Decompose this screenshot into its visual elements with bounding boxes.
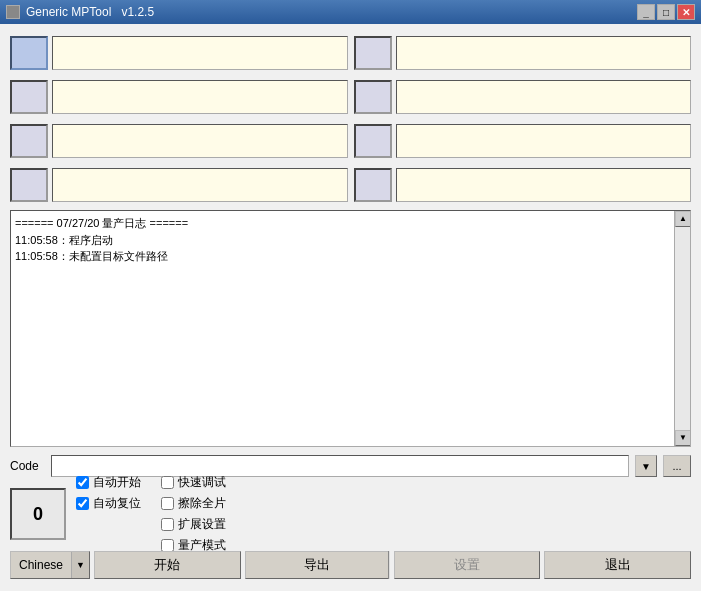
device-indicator-8 bbox=[354, 168, 392, 202]
log-content: ====== 07/27/20 量产日志 ====== 11:05:58：程序启… bbox=[15, 215, 668, 265]
export-divider bbox=[388, 551, 390, 579]
device-indicator-5 bbox=[354, 36, 392, 70]
checkboxes-area: 自动开始 快速调试 自动复位 擦除全片 扩展设置 量产模式 bbox=[76, 474, 226, 554]
device-grid bbox=[10, 34, 691, 204]
auto-start-checkbox[interactable] bbox=[76, 476, 89, 489]
device-slot-1 bbox=[10, 34, 348, 72]
counter-value: 0 bbox=[33, 504, 43, 525]
quick-debug-checkbox[interactable] bbox=[161, 476, 174, 489]
erase-all-label: 擦除全片 bbox=[178, 495, 226, 512]
checkbox-auto-reset[interactable]: 自动复位 bbox=[76, 495, 141, 512]
device-bar-3 bbox=[52, 124, 348, 158]
title-bar: Generic MPTool v1.2.5 _ □ ✕ bbox=[0, 0, 701, 24]
expand-checkbox[interactable] bbox=[161, 518, 174, 531]
counter-box: 0 bbox=[10, 488, 66, 540]
scrollbar-up-button[interactable]: ▲ bbox=[675, 211, 691, 227]
device-indicator-3 bbox=[10, 124, 48, 158]
log-line-3: 11:05:58：未配置目标文件路径 bbox=[15, 248, 668, 265]
log-area: ====== 07/27/20 量产日志 ====== 11:05:58：程序启… bbox=[10, 210, 691, 447]
device-slot-6 bbox=[354, 78, 692, 116]
scrollbar-down-button[interactable]: ▼ bbox=[675, 430, 691, 446]
export-button[interactable]: 导出 bbox=[245, 551, 388, 579]
device-indicator-6 bbox=[354, 80, 392, 114]
export-wrapper: 导出 bbox=[245, 551, 390, 579]
code-browse-button[interactable]: ... bbox=[663, 455, 691, 477]
device-slot-4 bbox=[10, 166, 348, 204]
device-indicator-1 bbox=[10, 36, 48, 70]
expand-label: 扩展设置 bbox=[178, 516, 226, 533]
auto-reset-label: 自动复位 bbox=[93, 495, 141, 512]
erase-all-checkbox[interactable] bbox=[161, 497, 174, 510]
bottom-buttons: Chinese ▼ 开始 导出 设置 退出 bbox=[10, 549, 691, 581]
checkbox-expand[interactable]: 扩展设置 bbox=[161, 516, 226, 533]
device-slot-3 bbox=[10, 122, 348, 160]
device-bar-2 bbox=[52, 80, 348, 114]
device-indicator-2 bbox=[10, 80, 48, 114]
log-line-2: 11:05:58：程序启动 bbox=[15, 232, 668, 249]
device-bar-6 bbox=[396, 80, 692, 114]
title-bar-left: Generic MPTool v1.2.5 bbox=[6, 5, 154, 19]
scrollbar-track bbox=[675, 227, 690, 430]
device-slot-2 bbox=[10, 78, 348, 116]
start-button[interactable]: 开始 bbox=[94, 551, 241, 579]
auto-start-label: 自动开始 bbox=[93, 474, 141, 491]
quick-debug-label: 快速调试 bbox=[178, 474, 226, 491]
language-dropdown[interactable]: Chinese ▼ bbox=[10, 551, 90, 579]
device-indicator-7 bbox=[354, 124, 392, 158]
app-title: Generic MPTool v1.2.5 bbox=[26, 5, 154, 19]
main-window: ====== 07/27/20 量产日志 ====== 11:05:58：程序启… bbox=[0, 24, 701, 591]
device-slot-5 bbox=[354, 34, 692, 72]
log-scrollbar[interactable]: ▲ ▼ bbox=[674, 211, 690, 446]
code-dropdown-button[interactable]: ▼ bbox=[635, 455, 657, 477]
log-line-1: ====== 07/27/20 量产日志 ====== bbox=[15, 215, 668, 232]
device-bar-4 bbox=[52, 168, 348, 202]
quit-button[interactable]: 退出 bbox=[544, 551, 691, 579]
device-bar-5 bbox=[396, 36, 692, 70]
options-row: 0 自动开始 快速调试 自动复位 擦除全片 扩展设置 bbox=[10, 485, 691, 543]
minimize-button[interactable]: _ bbox=[637, 4, 655, 20]
device-bar-8 bbox=[396, 168, 692, 202]
checkbox-erase-all[interactable]: 擦除全片 bbox=[161, 495, 226, 512]
language-text: Chinese bbox=[11, 558, 71, 572]
device-bar-7 bbox=[396, 124, 692, 158]
maximize-button[interactable]: □ bbox=[657, 4, 675, 20]
code-label: Code bbox=[10, 459, 45, 473]
device-indicator-4 bbox=[10, 168, 48, 202]
language-arrow-icon: ▼ bbox=[71, 551, 89, 579]
close-button[interactable]: ✕ bbox=[677, 4, 695, 20]
app-icon bbox=[6, 5, 20, 19]
checkbox-quick-debug[interactable]: 快速调试 bbox=[161, 474, 226, 491]
device-slot-8 bbox=[354, 166, 692, 204]
title-bar-controls: _ □ ✕ bbox=[637, 4, 695, 20]
checkbox-auto-start[interactable]: 自动开始 bbox=[76, 474, 141, 491]
settings-button[interactable]: 设置 bbox=[394, 551, 541, 579]
device-bar-1 bbox=[52, 36, 348, 70]
auto-reset-checkbox[interactable] bbox=[76, 497, 89, 510]
device-slot-7 bbox=[354, 122, 692, 160]
